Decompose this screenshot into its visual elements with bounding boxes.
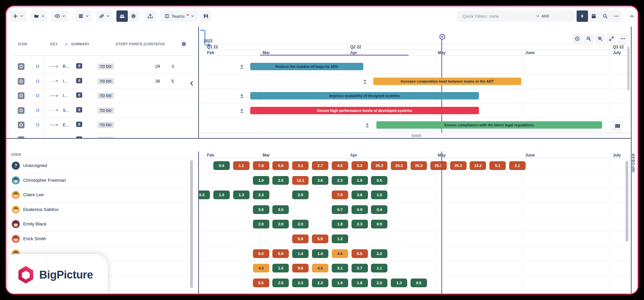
workload-cell[interactable]: 25.3	[430, 161, 447, 170]
workload-cell[interactable]: 1.3	[213, 190, 230, 199]
table-row[interactable]: OI...0TO DO	[12, 88, 193, 103]
workload-cell[interactable]: 1.0	[253, 176, 269, 185]
objective-type-icon[interactable]	[18, 63, 24, 70]
gantt-bar[interactable]: Reduce the number of bugs by 10%	[250, 63, 363, 70]
column-header-key[interactable]: KEY	[50, 42, 58, 46]
workload-cell[interactable]: 25.3	[411, 161, 427, 170]
export-arrow-icon[interactable]	[362, 79, 368, 84]
export-arrow-icon[interactable]	[239, 108, 245, 113]
workload-cell[interactable]: 2.0	[292, 190, 309, 199]
workload-cell[interactable]: 2.2	[371, 249, 387, 258]
workload-cell[interactable]: 0.4	[213, 161, 230, 170]
workload-cell[interactable]: 5.1	[489, 161, 506, 170]
objective-type-icon[interactable]	[18, 136, 24, 138]
fullscreen-button[interactable]	[606, 34, 616, 44]
workload-cell[interactable]: 7.8	[253, 161, 269, 170]
workload-cell[interactable]: 4.5	[312, 264, 328, 272]
table-row[interactable]: OI...0TO DO385.	[12, 74, 193, 89]
table-row[interactable]: OR...0TO DO293.	[12, 59, 193, 74]
workload-cell[interactable]: 5.0	[253, 249, 269, 258]
table-row[interactable]: OI...0TO DO	[12, 132, 193, 138]
workload-cell[interactable]: 3.1	[292, 161, 309, 170]
issue-key-link[interactable]: O	[36, 64, 39, 69]
workload-cell[interactable]: 0.5	[411, 278, 427, 287]
search-button[interactable]	[599, 10, 611, 22]
workload-cell[interactable]: 1.9	[352, 176, 368, 185]
summary-text[interactable]: I...	[63, 93, 67, 98]
chart-more-button[interactable]	[618, 34, 628, 44]
status-badge[interactable]: TO DO	[98, 137, 114, 138]
column-header-status[interactable]: STATUS	[151, 42, 165, 46]
workload-cell[interactable]: 4.5	[332, 161, 348, 170]
workload-cell[interactable]: 1.3	[391, 278, 407, 287]
workload-cell[interactable]: 4.6	[332, 249, 348, 258]
collapse-toolbar-button[interactable]	[626, 10, 638, 22]
status-badge[interactable]: TO DO	[98, 63, 114, 70]
workload-cell[interactable]: 1.8	[352, 278, 368, 287]
workload-cell[interactable]: 5.0	[272, 249, 289, 258]
workload-cell[interactable]: 0.4	[371, 205, 387, 214]
workload-cell[interactable]: 2.1	[509, 161, 526, 170]
today-marker[interactable]	[439, 34, 445, 40]
user-list-scrollbar-thumb[interactable]	[190, 160, 193, 288]
calendar-button[interactable]	[588, 10, 599, 22]
workload-cell[interactable]: 9.5	[292, 264, 309, 272]
workload-cell[interactable]: 2.3	[292, 278, 309, 287]
workload-cell[interactable]: 13.1	[292, 176, 309, 185]
workload-cell[interactable]: 2.0	[371, 278, 387, 287]
workload-cell[interactable]: 3.3	[352, 161, 368, 170]
workload-cell[interactable]: 2.7	[352, 264, 368, 272]
export-button[interactable]	[145, 10, 156, 22]
objective-type-icon[interactable]	[18, 122, 24, 128]
workload-cell[interactable]: 5.5	[253, 278, 269, 287]
rows-button[interactable]	[75, 10, 92, 22]
table-row[interactable]: OE...0TO DO	[12, 118, 193, 132]
workload-cell[interactable]: 2.3	[332, 176, 348, 185]
quick-filters-control[interactable]: Quick Filters: none AND	[457, 10, 575, 22]
open-box-button[interactable]	[31, 10, 47, 22]
workload-cell[interactable]: 1.8	[332, 220, 348, 228]
issue-key-link[interactable]: O	[36, 79, 39, 84]
gantt-bar[interactable]: Improve scalability of designed systems	[250, 92, 479, 99]
workload-cell[interactable]: 2.3	[253, 190, 269, 199]
links-button[interactable]	[96, 10, 112, 22]
create-button[interactable]	[10, 10, 26, 22]
workload-cell[interactable]: 25.3	[450, 161, 467, 170]
issue-key-link[interactable]: O	[36, 122, 39, 127]
workload-cell[interactable]: 2.3	[352, 220, 368, 228]
user-name[interactable]: Christopher Freeman	[23, 178, 66, 183]
horizontal-scrollbar-thumb[interactable]	[411, 134, 421, 137]
teams-view-selector[interactable]: Teams *	[161, 10, 198, 22]
column-header-icon[interactable]: ICON	[18, 42, 27, 46]
workload-cell[interactable]: 25.3	[371, 161, 387, 170]
issue-key-link[interactable]: O	[36, 137, 39, 138]
map-overview-button[interactable]	[612, 120, 623, 132]
issue-key-link[interactable]: O	[36, 108, 39, 113]
collapse-table-chevron[interactable]	[189, 80, 195, 86]
table-row[interactable]: OS...0TO DO	[12, 103, 193, 118]
workload-cell[interactable]: 1.5	[371, 190, 387, 199]
workload-cell[interactable]: 1.4	[292, 249, 309, 258]
heatmap-scrollbar-thumb[interactable]	[626, 161, 628, 242]
workload-cell[interactable]: 1.2	[332, 234, 348, 243]
column-header-summary[interactable]: SUMMARY	[71, 42, 90, 46]
workload-cell[interactable]: 1.9	[332, 278, 348, 287]
export-arrow-icon[interactable]	[239, 64, 245, 69]
workload-cell[interactable]: 1.1	[233, 161, 250, 170]
workload-cell[interactable]: 2.0	[292, 220, 309, 228]
workload-cell[interactable]: 0.3	[198, 190, 210, 199]
column-header-story-points[interactable]: STORY POINTS [CHI	[116, 42, 151, 46]
column-settings-gear-icon[interactable]	[181, 41, 186, 47]
objective-type-icon[interactable]	[18, 107, 24, 114]
user-name[interactable]: Erick Smith	[23, 236, 46, 241]
save-button[interactable]	[200, 10, 212, 22]
workload-cell[interactable]: 3.5	[272, 205, 289, 214]
status-badge[interactable]: TO DO	[98, 108, 114, 114]
vertical-scrollbar-thumb[interactable]	[627, 47, 630, 90]
workload-cell[interactable]: 1.4	[312, 249, 328, 258]
summary-text[interactable]: I...	[63, 79, 67, 84]
user-name[interactable]: Claire Lee	[23, 192, 44, 197]
view-button[interactable]	[52, 10, 68, 22]
sort-chevron-icon[interactable]	[65, 43, 68, 46]
workload-cell[interactable]: 5.0	[272, 161, 289, 170]
